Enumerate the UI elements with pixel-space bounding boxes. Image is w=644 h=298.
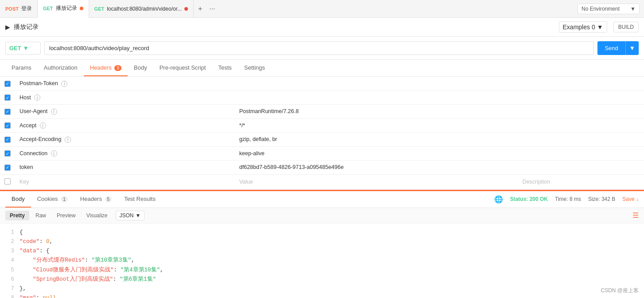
info-icon-1: i <box>34 94 40 101</box>
tab-get-playrecord[interactable]: GET 播放记录 <box>38 0 89 18</box>
fmt-preview-button[interactable]: Preview <box>52 211 80 220</box>
value-placeholder: Value <box>239 179 253 185</box>
env-arrow-icon: ▼ <box>630 6 636 12</box>
url-input[interactable] <box>44 41 594 55</box>
tab-prerequest[interactable]: Pre-request Script <box>153 60 212 76</box>
code-line-1: 1 { <box>7 228 637 237</box>
send-dropdown-button[interactable]: ▼ <box>625 41 639 55</box>
collapse-arrow-icon[interactable]: ▶ <box>5 24 10 31</box>
tab-headers-label: Headers <box>90 64 112 71</box>
examples-button[interactable]: Examples 0 ▼ <box>559 21 607 33</box>
header-checkbox-6[interactable]: ✓ <box>4 165 11 171</box>
save-response-button[interactable]: Save ↓ <box>622 196 639 202</box>
code-content-1: { <box>20 228 23 237</box>
info-icon-0: i <box>61 81 67 87</box>
table-row: ✓ Postman-Token i <box>0 77 644 90</box>
header-key-1: Host <box>20 94 31 101</box>
method-select[interactable]: GET ▼ <box>5 42 41 55</box>
tab-tests-label: Tests <box>218 64 231 71</box>
header-checkbox-4[interactable]: ✓ <box>4 137 11 143</box>
resp-tab-cookies[interactable]: Cookies 1 <box>31 191 74 208</box>
header-key-4: Accept-Encoding <box>20 136 62 142</box>
tabs-bar: POST 登录 GET 播放记录 GET localhost:8080/admi… <box>0 0 644 18</box>
examples-label: Examples <box>563 24 590 31</box>
tab-dot-1 <box>80 7 83 10</box>
table-row: ✓ Connection i keep-alive <box>0 146 644 161</box>
env-selector[interactable]: No Environment ▼ <box>578 4 640 14</box>
json-format-select[interactable]: JSON ▼ <box>116 211 145 220</box>
code-line-8: 8 "msg": null <box>7 294 637 298</box>
info-icon-5: i <box>51 150 57 157</box>
header-key-2: User-Agent <box>20 108 47 114</box>
examples-count: 0 <box>592 24 595 31</box>
fmt-raw-button[interactable]: Raw <box>31 211 51 220</box>
line-num-1: 1 <box>7 228 14 237</box>
tab-params[interactable]: Params <box>5 60 38 76</box>
resp-tab-headers[interactable]: Headers 5 <box>74 191 118 208</box>
cookies-badge: 1 <box>61 196 68 202</box>
header-value-6: df628bd7-b589-4826-9713-a095485e496e <box>239 164 344 170</box>
tab-dot-2 <box>184 7 188 11</box>
tab-authorization[interactable]: Authorization <box>38 60 84 76</box>
code-content-2: "code": 0, <box>20 237 53 247</box>
code-content-4: "分布式缓存Redis": "第10章第3集", <box>20 256 135 265</box>
method-badge-get1: GET <box>43 6 53 11</box>
key-placeholder: Key <box>20 179 29 185</box>
tab-post-login[interactable]: POST 登录 <box>0 0 38 18</box>
resp-headers-badge: 5 <box>105 196 112 202</box>
status-ok: Status: 200 OK <box>510 196 548 202</box>
table-row-placeholder: Key Value Description <box>0 174 644 189</box>
info-icon-3: i <box>40 122 46 129</box>
table-row: ✓ Accept i */* <box>0 118 644 133</box>
send-button[interactable]: Send <box>597 41 625 55</box>
add-tab-button[interactable]: + <box>195 3 205 15</box>
header-checkbox-placeholder[interactable] <box>4 178 11 184</box>
tab-headers[interactable]: Headers 8 <box>84 60 128 76</box>
request-name: 播放记录 <box>14 23 39 31</box>
header-checkbox-3[interactable]: ✓ <box>4 122 11 129</box>
resp-tab-testresults[interactable]: Test Results <box>118 191 162 208</box>
resp-tab-cookies-label: Cookies <box>37 196 58 202</box>
more-tabs-button[interactable]: ··· <box>207 3 218 15</box>
tab-get-admin[interactable]: GET localhost:8080/admin/video/or... <box>89 0 194 18</box>
tab-settings[interactable]: Settings <box>238 60 271 76</box>
resp-status-bar: 🌐 Status: 200 OK Time: 8 ms Size: 342 B … <box>494 195 639 204</box>
code-line-4: 4 "分布式缓存Redis": "第10章第3集", <box>7 256 637 265</box>
line-num-2: 2 <box>7 237 14 247</box>
watermark: CSDN @座上客 <box>601 287 639 294</box>
code-area: 1 { 2 "code": 0, 3 "data": { 4 "分布式缓存Red… <box>0 224 644 298</box>
line-num-7: 7 <box>7 284 14 294</box>
json-format-arrow-icon: ▼ <box>136 212 141 219</box>
desc-placeholder: Description <box>523 179 550 185</box>
header-key-0: Postman-Token <box>20 80 58 86</box>
resp-tab-body[interactable]: Body <box>5 191 31 208</box>
method-label: GET <box>9 45 21 51</box>
code-content-3: "data": { <box>20 247 50 256</box>
wrap-button[interactable]: ☰ <box>632 211 639 220</box>
method-badge-post: POST <box>5 6 19 12</box>
globe-icon[interactable]: 🌐 <box>494 195 503 204</box>
headers-table-container: ✓ Postman-Token i ✓ Host i <box>0 77 644 190</box>
header-checkbox-1[interactable]: ✓ <box>4 94 11 101</box>
code-line-6: 6 "SpringBoot入门到高级实战": "第6章第1集" <box>7 275 637 284</box>
headers-badge: 8 <box>114 65 121 71</box>
tab-body[interactable]: Body <box>128 60 153 76</box>
header-checkbox-0[interactable]: ✓ <box>4 81 11 87</box>
resp-tab-testresults-label: Test Results <box>124 196 156 202</box>
json-format-label: JSON <box>120 212 134 219</box>
header-checkbox-2[interactable]: ✓ <box>4 109 11 115</box>
fmt-pretty-button[interactable]: Pretty <box>5 211 29 220</box>
resp-tab-headers-label: Headers <box>80 196 102 202</box>
build-button[interactable]: BUILD <box>613 22 639 32</box>
table-row: ✓ User-Agent i PostmanRuntime/7.26.8 <box>0 105 644 119</box>
response-area: Body Cookies 1 Headers 5 Test Results 🌐 … <box>0 190 644 298</box>
table-row: ✓ Accept-Encoding i gzip, deflate, br <box>0 133 644 147</box>
tab-tests[interactable]: Tests <box>212 60 238 76</box>
size-label: Size: 342 B <box>588 196 615 202</box>
header-checkbox-5[interactable]: ✓ <box>4 150 11 157</box>
tab-authorization-label: Authorization <box>44 64 78 71</box>
fmt-visualize-button[interactable]: Visualize <box>82 211 112 220</box>
code-content-8: "msg": null <box>20 294 56 298</box>
code-content-5: "Cloud微服务入门到高级实战": "第4章第10集", <box>20 266 164 275</box>
header-key-6: token <box>20 164 33 170</box>
